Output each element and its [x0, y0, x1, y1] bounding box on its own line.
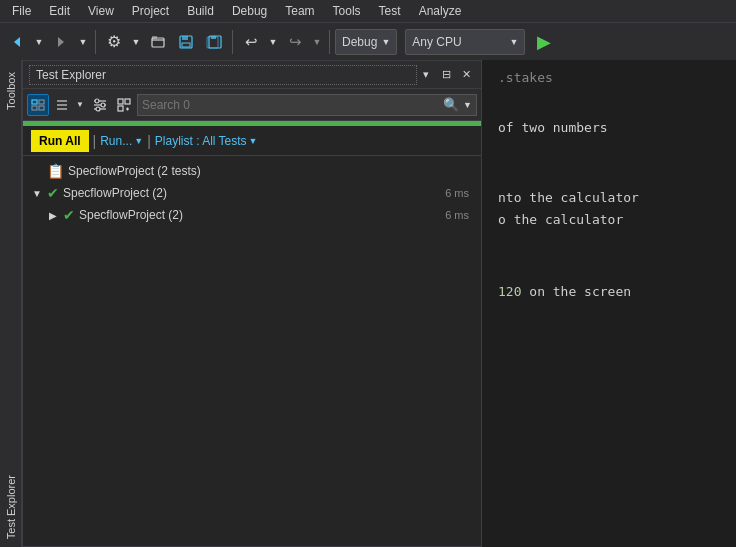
- action-bar: Run All | Run... ▼ | Playlist : All Test…: [23, 126, 481, 156]
- menu-edit[interactable]: Edit: [41, 0, 78, 22]
- menu-build[interactable]: Build: [179, 0, 222, 22]
- save-button[interactable]: [173, 29, 199, 55]
- svg-marker-1: [58, 37, 64, 47]
- code-line-5: 120 on the screen: [498, 282, 720, 302]
- action-separator-1: |: [93, 133, 97, 149]
- forward-dropdown[interactable]: ▼: [76, 29, 90, 55]
- menu-project[interactable]: Project: [124, 0, 177, 22]
- debug-config-label: Debug: [342, 35, 377, 49]
- collapse-icon: ▼: [31, 188, 43, 199]
- tree-item-label: SpecflowProject (2 tests): [68, 164, 473, 178]
- svg-point-20: [95, 99, 99, 103]
- tree-time-2: 6 ms: [445, 209, 473, 221]
- svg-rect-10: [32, 100, 37, 104]
- toolbar-sep-2: [232, 30, 233, 54]
- new-file-button[interactable]: ⚙: [101, 29, 127, 55]
- project-icon: 📋: [47, 163, 64, 179]
- panel-dropdown-btn[interactable]: ▾: [417, 66, 435, 84]
- test-explorer-tab[interactable]: Test Explorer: [2, 467, 20, 547]
- menu-team[interactable]: Team: [277, 0, 322, 22]
- panel-controls: ▾ ⊟ ✕: [417, 66, 475, 84]
- run-chevron-icon: ▼: [134, 136, 143, 146]
- svg-point-22: [96, 107, 100, 111]
- menu-analyze[interactable]: Analyze: [411, 0, 470, 22]
- menu-view[interactable]: View: [80, 0, 122, 22]
- list-view-dropdown[interactable]: ▼: [73, 94, 87, 116]
- redo-dropdown[interactable]: ▼: [310, 29, 324, 55]
- run-all-button[interactable]: Run All: [31, 130, 89, 152]
- group-by-button[interactable]: [27, 94, 49, 116]
- svg-rect-13: [39, 106, 44, 110]
- tree-item-node-1[interactable]: ▼ ✔ SpecflowProject (2) 6 ms: [23, 182, 481, 204]
- test-tree: 📋 SpecflowProject (2 tests) ▼ ✔ Specflow…: [23, 156, 481, 546]
- tree-item-label-1: SpecflowProject (2): [63, 186, 441, 200]
- undo-dropdown[interactable]: ▼: [266, 29, 280, 55]
- test-explorer-panel: Test Explorer ▾ ⊟ ✕: [22, 60, 482, 547]
- panel-toolbar: ▼: [23, 89, 481, 121]
- side-tabs: Toolbox Test Explorer: [0, 60, 22, 547]
- svg-rect-25: [118, 106, 123, 111]
- list-view-button[interactable]: [51, 94, 73, 116]
- debug-config-dropdown[interactable]: Debug ▼: [335, 29, 397, 55]
- debug-config-chevron: ▼: [381, 37, 390, 47]
- svg-rect-6: [182, 43, 190, 47]
- toolbar-sep-1: [95, 30, 96, 54]
- collapse-all-button[interactable]: [113, 94, 135, 116]
- redo-button[interactable]: ↪: [282, 29, 308, 55]
- panel-close-btn[interactable]: ✕: [457, 66, 475, 84]
- cpu-config-label: Any CPU: [412, 35, 461, 49]
- svg-rect-23: [118, 99, 123, 104]
- cpu-config-chevron: ▼: [509, 37, 518, 47]
- svg-rect-3: [152, 36, 157, 39]
- code-line-2: of two numbers: [498, 118, 720, 138]
- code-line-3: nto the calculator: [498, 188, 720, 208]
- search-input[interactable]: [142, 98, 439, 112]
- svg-marker-0: [14, 37, 20, 47]
- pass-icon-1: ✔: [47, 185, 59, 201]
- new-file-dropdown[interactable]: ▼: [129, 29, 143, 55]
- menu-debug[interactable]: Debug: [224, 0, 275, 22]
- svg-point-21: [101, 103, 105, 107]
- tree-item-project-root[interactable]: 📋 SpecflowProject (2 tests): [23, 160, 481, 182]
- tree-item-label-2: SpecflowProject (2): [79, 208, 441, 222]
- menu-tools[interactable]: Tools: [325, 0, 369, 22]
- back-button[interactable]: [4, 29, 30, 55]
- save-all-button[interactable]: [201, 29, 227, 55]
- playlist-chevron-icon: ▼: [249, 136, 258, 146]
- forward-button[interactable]: [48, 29, 74, 55]
- toolbar-sep-3: [329, 30, 330, 54]
- run-dropdown-button[interactable]: Run... ▼: [100, 134, 143, 148]
- tree-item-node-2[interactable]: ▶ ✔ SpecflowProject (2) 6 ms: [23, 204, 481, 226]
- search-options-btn[interactable]: ▼: [463, 100, 472, 110]
- back-dropdown[interactable]: ▼: [32, 29, 46, 55]
- main-area: Toolbox Test Explorer Test Explorer ▾ ⊟ …: [0, 60, 736, 547]
- menu-file[interactable]: File: [4, 0, 39, 22]
- panel-pin-btn[interactable]: ⊟: [437, 66, 455, 84]
- search-box: 🔍 ▼: [137, 94, 477, 116]
- playlist-button[interactable]: Playlist : All Tests ▼: [155, 134, 258, 148]
- run-button[interactable]: ▶: [531, 29, 557, 55]
- cpu-config-dropdown[interactable]: Any CPU ▼: [405, 29, 525, 55]
- tree-time-1: 6 ms: [445, 187, 473, 199]
- open-button[interactable]: [145, 29, 171, 55]
- svg-rect-12: [32, 106, 37, 110]
- action-separator-2: |: [147, 133, 151, 149]
- code-line-1: .stakes: [498, 68, 720, 88]
- panel-titlebar: Test Explorer ▾ ⊟ ✕: [23, 61, 481, 89]
- pass-icon-2: ✔: [63, 207, 75, 223]
- code-line-4: o the calculator: [498, 210, 720, 230]
- panel-title: Test Explorer: [29, 65, 417, 85]
- main-toolbar: ▼ ▼ ⚙ ▼ ↩ ▼ ↪ ▼ Debug ▼: [0, 22, 736, 60]
- svg-rect-5: [182, 36, 188, 40]
- search-button[interactable]: 🔍: [443, 97, 459, 112]
- svg-rect-11: [39, 100, 44, 104]
- svg-rect-2: [152, 38, 164, 47]
- settings-button[interactable]: [89, 94, 111, 116]
- expand-icon-2: ▶: [47, 210, 59, 221]
- undo-button[interactable]: ↩: [238, 29, 264, 55]
- code-area: .stakes of two numbers nto the calculato…: [482, 60, 736, 547]
- svg-rect-9: [211, 36, 216, 39]
- svg-rect-24: [125, 99, 130, 104]
- toolbox-tab[interactable]: Toolbox: [2, 64, 20, 118]
- menu-test[interactable]: Test: [371, 0, 409, 22]
